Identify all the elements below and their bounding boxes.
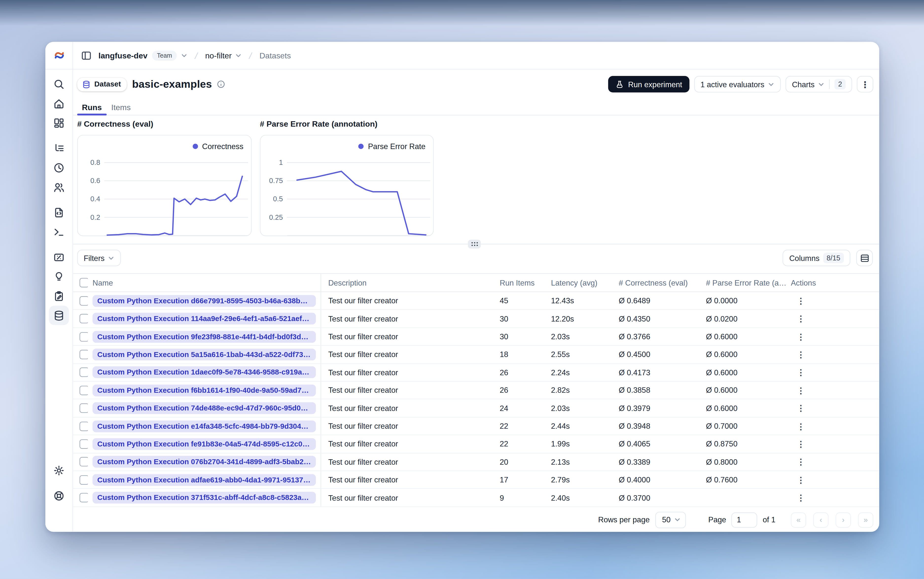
column-header-name[interactable]: Name bbox=[92, 278, 113, 287]
row-checkbox[interactable] bbox=[80, 296, 88, 306]
sidebar-item-support[interactable] bbox=[49, 486, 69, 505]
panel-resize-handle[interactable] bbox=[468, 240, 481, 249]
row-actions-menu-button[interactable]: ⋮ bbox=[797, 332, 805, 340]
sidebar-item-home[interactable] bbox=[49, 93, 69, 113]
sidebar-item-sessions[interactable] bbox=[49, 158, 69, 177]
row-actions-menu-button[interactable]: ⋮ bbox=[797, 297, 805, 305]
dataset-run-name-link[interactable]: Custom Python Execution 5a15a616-1bab-44… bbox=[92, 348, 316, 360]
row-checkbox[interactable] bbox=[80, 332, 88, 341]
column-header-parse-error-rate[interactable]: # Parse Error Rate (an... bbox=[706, 278, 787, 287]
dataset-run-name-link[interactable]: Custom Python Execution 9fe23f98-881e-44… bbox=[92, 330, 316, 342]
run-actions-cell: ⋮ bbox=[787, 435, 879, 453]
row-checkbox[interactable] bbox=[80, 475, 88, 484]
run-description-cell: Test our filter creator bbox=[321, 382, 494, 399]
row-actions-menu-button[interactable]: ⋮ bbox=[797, 494, 805, 502]
dataset-run-name-link[interactable]: Custom Python Execution 1daec0f9-5e78-43… bbox=[92, 366, 316, 378]
row-actions-menu-button[interactable]: ⋮ bbox=[797, 368, 805, 376]
sidebar-item-evaluation[interactable] bbox=[49, 247, 69, 267]
sidebar-item-users[interactable] bbox=[49, 177, 69, 196]
parse-error-rate-chart-card: 0.250.50.751Parse Error Rate bbox=[260, 135, 434, 236]
user-avatar[interactable] bbox=[51, 512, 67, 529]
table-rows-icon bbox=[859, 253, 870, 263]
more-actions-button[interactable]: ⋮ bbox=[857, 76, 873, 92]
lightbulb-icon bbox=[53, 270, 65, 282]
sidebar-item-prompts[interactable] bbox=[49, 203, 69, 222]
sidebar-toggle-button[interactable] bbox=[80, 50, 92, 61]
run-correctness-cell: Ø 0.4173 bbox=[613, 364, 700, 381]
row-checkbox[interactable] bbox=[80, 404, 88, 413]
active-evaluators-button[interactable]: 1 active evaluators bbox=[694, 76, 781, 92]
row-checkbox[interactable] bbox=[80, 350, 88, 359]
chevron-down-icon[interactable] bbox=[181, 52, 187, 59]
dataset-run-name-link[interactable]: Custom Python Execution 114aa9ef-29e6-4e… bbox=[92, 313, 316, 325]
dataset-run-name-link[interactable]: Custom Python Execution fe91b83e-04a5-47… bbox=[92, 438, 316, 450]
row-height-button[interactable] bbox=[856, 250, 873, 266]
dataset-run-name-link[interactable]: Custom Python Execution e14fa348-5cfc-49… bbox=[92, 420, 316, 432]
dataset-run-name-link[interactable]: Custom Python Execution adfae619-abb0-4d… bbox=[92, 474, 316, 486]
row-actions-menu-button[interactable]: ⋮ bbox=[797, 422, 805, 430]
row-actions-menu-button[interactable]: ⋮ bbox=[797, 350, 805, 358]
page-number-input[interactable] bbox=[731, 512, 757, 527]
row-checkbox[interactable] bbox=[80, 439, 88, 449]
select-all-checkbox[interactable] bbox=[80, 278, 88, 287]
row-checkbox[interactable] bbox=[80, 386, 88, 395]
column-header-run-items[interactable]: Run Items bbox=[500, 278, 535, 287]
dataset-run-name-link[interactable]: Custom Python Execution d66e7991-8595-45… bbox=[92, 295, 316, 307]
run-latency-cell: 12.20s bbox=[545, 310, 613, 327]
sidebar-item-search[interactable] bbox=[49, 74, 69, 93]
dataset-run-name-link[interactable]: Custom Python Execution 076b2704-341d-48… bbox=[92, 456, 316, 468]
next-page-button[interactable]: › bbox=[836, 512, 851, 527]
row-checkbox[interactable] bbox=[80, 493, 88, 502]
row-checkbox[interactable] bbox=[80, 314, 88, 323]
row-select-cell bbox=[72, 453, 88, 471]
sidebar-item-datasets[interactable] bbox=[49, 306, 69, 325]
tab-runs[interactable]: Runs bbox=[77, 100, 106, 115]
sidebar-item-settings[interactable] bbox=[49, 461, 69, 480]
dataset-run-name-link[interactable]: Custom Python Execution 74de488e-ec9d-47… bbox=[92, 402, 316, 414]
column-header-correctness[interactable]: # Correctness (eval) bbox=[619, 278, 688, 287]
run-experiment-button[interactable]: Run experiment bbox=[608, 76, 689, 92]
last-page-button[interactable]: » bbox=[858, 512, 873, 527]
breadcrumb-section[interactable]: Datasets bbox=[260, 51, 291, 60]
row-checkbox[interactable] bbox=[80, 421, 88, 431]
sidebar-item-llm-as-a-judge[interactable] bbox=[49, 267, 69, 286]
sidebar-item-annotation[interactable] bbox=[49, 286, 69, 306]
sidebar-item-tracing[interactable] bbox=[49, 139, 69, 158]
run-latency-cell: 2.03s bbox=[545, 400, 613, 417]
run-latency-cell: 2.82s bbox=[545, 382, 613, 399]
run-correctness-cell: Ø 0.4065 bbox=[613, 435, 700, 453]
previous-page-button[interactable]: ‹ bbox=[813, 512, 829, 527]
filters-button[interactable]: Filters bbox=[77, 250, 121, 266]
row-actions-menu-button[interactable]: ⋮ bbox=[797, 458, 805, 466]
column-header-description[interactable]: Description bbox=[328, 278, 366, 287]
rows-per-page-select[interactable]: 50 bbox=[655, 512, 686, 528]
row-actions-menu-button[interactable]: ⋮ bbox=[797, 476, 805, 484]
sidebar-item-dashboards[interactable] bbox=[49, 113, 69, 132]
info-icon[interactable] bbox=[217, 80, 225, 88]
clock-icon bbox=[53, 162, 65, 173]
charts-toggle-button[interactable]: Charts 2 bbox=[785, 76, 852, 92]
row-actions-menu-button[interactable]: ⋮ bbox=[797, 404, 805, 412]
chevron-down-icon[interactable] bbox=[235, 52, 242, 59]
breadcrumb-project[interactable]: langfuse-dev bbox=[98, 51, 147, 60]
sidebar-item-playground[interactable] bbox=[49, 222, 69, 242]
dataset-run-name-link[interactable]: Custom Python Execution 371f531c-abff-4d… bbox=[92, 492, 316, 504]
tab-items[interactable]: Items bbox=[106, 100, 135, 115]
column-header-latency[interactable]: Latency (avg) bbox=[551, 278, 597, 287]
breadcrumb-separator: / bbox=[248, 50, 253, 61]
first-page-button[interactable]: « bbox=[791, 512, 806, 527]
row-actions-menu-button[interactable]: ⋮ bbox=[797, 386, 805, 394]
row-actions-menu-button[interactable]: ⋮ bbox=[797, 315, 805, 323]
langfuse-logo[interactable] bbox=[45, 42, 72, 69]
run-correctness-cell: Ø 0.3389 bbox=[613, 453, 700, 471]
row-select-cell bbox=[72, 435, 88, 453]
run-correctness-cell: Ø 0.4500 bbox=[613, 346, 700, 363]
row-checkbox[interactable] bbox=[80, 457, 88, 467]
table-header-row: Name Description Run Items Latency (avg)… bbox=[72, 273, 879, 292]
columns-button[interactable]: Columns 8/15 bbox=[783, 250, 850, 266]
row-select-cell bbox=[72, 489, 88, 506]
dataset-run-name-link[interactable]: Custom Python Execution f6bb1614-1f90-40… bbox=[92, 384, 316, 396]
row-checkbox[interactable] bbox=[80, 368, 88, 377]
breadcrumb-environment[interactable]: no-filter bbox=[205, 51, 232, 60]
row-actions-menu-button[interactable]: ⋮ bbox=[797, 440, 805, 448]
